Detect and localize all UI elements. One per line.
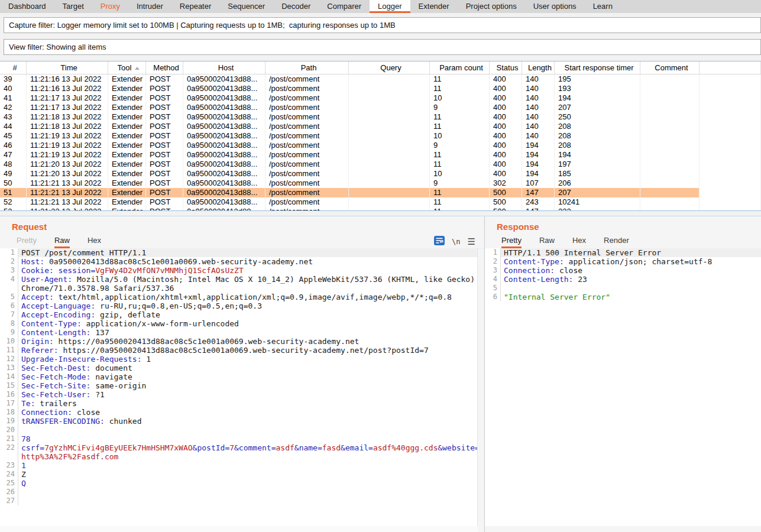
response-tab-render[interactable]: Render <box>604 235 629 248</box>
cell-tool: Extender <box>108 74 146 84</box>
cell-id: 46 <box>0 141 27 150</box>
request-editor-hscroll[interactable] <box>0 526 478 532</box>
table-row[interactable]: 4411:21:18 13 Jul 2022ExtenderPOST0a9500… <box>0 122 761 131</box>
tab-intruder[interactable]: Intruder <box>128 0 171 13</box>
cell-method: POST <box>146 179 183 188</box>
cell-spacer <box>700 141 761 150</box>
request-line: 7Accept-Encoding: gzip, deflate <box>0 310 477 319</box>
column-header-tool[interactable]: Tool <box>108 61 146 74</box>
cell-host: 0a9500020413d88... <box>183 112 265 122</box>
table-row[interactable]: 4511:21:19 13 Jul 2022ExtenderPOST0a9500… <box>0 131 761 141</box>
line-content: http%3A%2F%2Fasdf.com <box>18 452 477 461</box>
request-line: http%3A%2F%2Fasdf.com <box>0 452 477 461</box>
tab-extender[interactable]: Extender <box>410 0 458 13</box>
tab-user-options[interactable]: User options <box>525 0 585 13</box>
logger-table: #TimeToolMethodHostPathQueryParam countS… <box>0 61 761 211</box>
table-row[interactable]: 4711:21:19 13 Jul 2022ExtenderPOST0a9500… <box>0 150 761 160</box>
cell-method: POST <box>146 122 183 131</box>
cell-tool: Extender <box>108 112 146 122</box>
tab-sequencer[interactable]: Sequencer <box>219 0 273 13</box>
request-editor-tabs: PrettyRawHex <box>0 235 484 249</box>
cell-method: POST <box>146 150 183 160</box>
cell-start-response-timer: 208 <box>555 141 640 150</box>
cell-comment <box>640 179 700 188</box>
cell-method: POST <box>146 84 183 93</box>
cell-spacer <box>700 93 761 103</box>
wrap-lines-icon[interactable] <box>434 236 445 248</box>
response-tab-hex[interactable]: Hex <box>572 235 586 248</box>
line-content: POST /post/comment HTTP/1.1 <box>18 248 477 257</box>
cell-path: /post/comment <box>265 131 349 141</box>
panel-splitter[interactable] <box>0 212 761 216</box>
line-content: Connection: close <box>500 266 761 275</box>
response-tab-pretty[interactable]: Pretty <box>501 235 522 248</box>
tab-project-options[interactable]: Project options <box>458 0 525 13</box>
table-row[interactable]: 4911:21:20 13 Jul 2022ExtenderPOST0a9500… <box>0 169 761 179</box>
cell-id: 44 <box>0 122 27 131</box>
cell-query <box>349 93 430 103</box>
table-row[interactable]: 4611:21:19 13 Jul 2022ExtenderPOST0a9500… <box>0 141 761 150</box>
table-row[interactable]: 4311:21:18 13 Jul 2022ExtenderPOST0a9500… <box>0 112 761 122</box>
column-header-start-response-timer[interactable]: Start response timer <box>555 61 640 74</box>
cell-length: 140 <box>522 131 555 141</box>
tab-comparer[interactable]: Comparer <box>319 0 370 13</box>
line-number: 1 <box>0 248 18 257</box>
editor-menu-icon[interactable]: ☰ <box>468 238 475 246</box>
tab-logger[interactable]: Logger <box>370 0 410 13</box>
column-header-[interactable]: # <box>0 61 27 74</box>
request-line: 27 <box>0 497 477 505</box>
table-row[interactable]: 5311:21:22 13 Jul 2022ExtenderPOST0a9500… <box>0 207 761 210</box>
cell-status: 500 <box>490 197 522 207</box>
tab-proxy[interactable]: Proxy <box>92 0 128 13</box>
response-tab-raw[interactable]: Raw <box>539 235 555 248</box>
newline-glyph-icon[interactable]: \n <box>452 238 460 246</box>
line-content: Content-Length: 137 <box>18 328 477 337</box>
table-row[interactable]: 5111:21:21 13 Jul 2022ExtenderPOST0a9500… <box>0 188 761 197</box>
cell-spacer <box>700 207 761 210</box>
tab-target[interactable]: Target <box>54 0 92 13</box>
cell-query <box>349 207 430 210</box>
cell-spacer <box>700 179 761 188</box>
cell-start-response-timer: 194 <box>555 150 640 160</box>
capture-filter-bar[interactable]: Capture filter: Logger memory limit set … <box>4 17 761 33</box>
cell-host: 0a9500020413d88... <box>183 122 265 131</box>
column-header-query[interactable]: Query <box>349 61 430 74</box>
line-number: 5 <box>485 284 500 293</box>
table-row[interactable]: 3911:21:16 13 Jul 2022ExtenderPOST0a9500… <box>0 74 761 84</box>
table-row[interactable]: 4011:21:16 13 Jul 2022ExtenderPOST0a9500… <box>0 84 761 93</box>
cell-host: 0a9500020413d88... <box>183 84 265 93</box>
column-header-status[interactable]: Status <box>490 61 522 74</box>
request-tab-raw[interactable]: Raw <box>54 235 70 248</box>
column-header-param-count[interactable]: Param count <box>430 61 490 74</box>
request-editor[interactable]: 1POST /post/comment HTTP/1.12Host: 0a950… <box>0 248 478 526</box>
request-tab-hex[interactable]: Hex <box>88 235 101 248</box>
cell-method: POST <box>146 141 183 150</box>
tab-dashboard[interactable]: Dashboard <box>0 0 54 13</box>
cell-length: 194 <box>522 169 555 179</box>
column-header-length[interactable]: Length <box>522 61 555 74</box>
cell-length: 140 <box>522 103 555 112</box>
response-editor[interactable]: 1HTTP/1.1 500 Internal Server Error2Cont… <box>485 248 761 526</box>
line-content: Sec-Fetch-User: ?1 <box>18 390 477 399</box>
tab-learn[interactable]: Learn <box>585 0 621 13</box>
line-content: Q <box>18 479 477 488</box>
line-content: 1 <box>18 461 477 470</box>
cell-param-count: 10 <box>430 93 490 103</box>
response-line: 6"Internal Server Error" <box>485 293 761 301</box>
table-row[interactable]: 4811:21:20 13 Jul 2022ExtenderPOST0a9500… <box>0 160 761 169</box>
cell-status: 400 <box>490 103 522 112</box>
tab-decoder[interactable]: Decoder <box>273 0 319 13</box>
table-row[interactable]: 4211:21:17 13 Jul 2022ExtenderPOST0a9500… <box>0 103 761 112</box>
column-header-time[interactable]: Time <box>27 61 108 74</box>
column-header-method[interactable]: Method <box>146 61 183 74</box>
cell-start-response-timer: 208 <box>555 131 640 141</box>
cell-comment <box>640 103 700 112</box>
table-row[interactable]: 4111:21:17 13 Jul 2022ExtenderPOST0a9500… <box>0 93 761 103</box>
view-filter-bar[interactable]: View filter: Showing all items <box>4 39 761 55</box>
column-header-path[interactable]: Path <box>265 61 349 74</box>
table-row[interactable]: 5211:21:21 13 Jul 2022ExtenderPOST0a9500… <box>0 197 761 207</box>
table-row[interactable]: 5011:21:21 13 Jul 2022ExtenderPOST0a9500… <box>0 179 761 188</box>
column-header-host[interactable]: Host <box>183 61 265 74</box>
column-header-comment[interactable]: Comment <box>640 61 700 74</box>
tab-repeater[interactable]: Repeater <box>171 0 219 13</box>
